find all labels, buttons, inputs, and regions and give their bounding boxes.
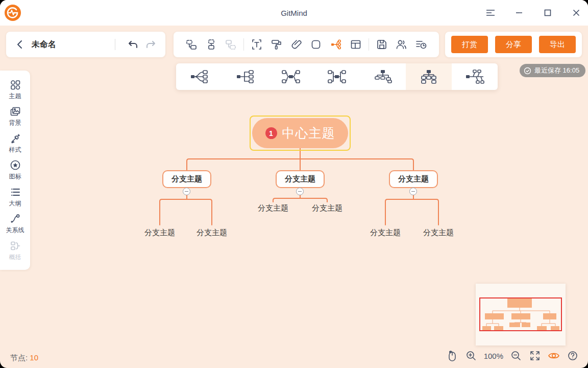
relation-line-icon <box>10 213 21 224</box>
save-icon[interactable] <box>375 37 389 52</box>
layout-mindmap-right-angular[interactable] <box>222 63 268 90</box>
sidebar-item-theme[interactable]: 主题 <box>9 79 21 101</box>
main-toolbar <box>174 32 439 57</box>
undo-button[interactable] <box>127 38 140 51</box>
save-status-text: 最近保存 16:05 <box>534 66 579 75</box>
sidebar-item-background[interactable]: 背景 <box>9 106 21 127</box>
branch-node-1[interactable]: 分支主题 <box>162 170 211 188</box>
help-icon[interactable] <box>567 350 579 362</box>
insert-child-node-icon[interactable] <box>204 37 218 52</box>
close-icon[interactable] <box>570 6 583 19</box>
back-button[interactable] <box>14 39 26 50</box>
zoom-out-icon[interactable] <box>510 350 522 362</box>
central-topic-label: 中心主题 <box>282 125 335 142</box>
background-icon <box>10 106 21 117</box>
layout-mindmap-both-angular[interactable] <box>314 63 360 90</box>
insert-parent-node-icon[interactable] <box>224 37 238 52</box>
titlebar: GitMind <box>0 0 588 26</box>
theme-icon <box>10 79 21 90</box>
document-title[interactable]: 未命名 <box>32 39 56 50</box>
collapse-toggle-1[interactable] <box>183 188 190 195</box>
export-button[interactable]: 导出 <box>539 36 576 53</box>
zoom-toolbar: 100% <box>446 350 579 362</box>
redo-button[interactable] <box>144 38 157 51</box>
minimap[interactable] <box>476 284 566 346</box>
insert-sibling-node-icon[interactable] <box>184 37 199 52</box>
zoom-level: 100% <box>484 352 503 360</box>
layout-orgchart-offset[interactable] <box>360 63 406 90</box>
sub-topic-node[interactable]: 分支主题 <box>197 228 227 238</box>
save-status-badge: 最近保存 16:05 <box>520 64 585 77</box>
document-toolbar: 未命名 <box>6 32 165 57</box>
structure-icon[interactable] <box>329 37 343 52</box>
divider <box>243 38 244 51</box>
zoom-in-icon[interactable] <box>465 350 477 362</box>
eye-icon[interactable] <box>548 350 560 362</box>
node-count-value: 10 <box>30 353 38 362</box>
collapse-toggle-3[interactable] <box>409 188 417 195</box>
shape-icon[interactable] <box>309 37 323 52</box>
outline-icon <box>10 187 21 198</box>
sidebar-item-outline[interactable]: 大纲 <box>9 187 21 208</box>
branch-node-2[interactable]: 分支主题 <box>276 170 325 188</box>
action-buttons: 打赏 分享 导出 <box>445 32 582 57</box>
sub-topic-node[interactable]: 分支主题 <box>312 203 342 213</box>
layout-fishbone[interactable] <box>452 63 498 90</box>
share-button[interactable]: 分享 <box>495 36 532 53</box>
mouse-mode-icon[interactable] <box>446 350 458 362</box>
layout-orgchart-tree[interactable] <box>406 63 452 90</box>
maximize-icon[interactable] <box>541 6 554 19</box>
sub-topic-node[interactable]: 分支主题 <box>144 228 175 238</box>
check-circle-icon <box>524 67 531 75</box>
collapse-toggle-2[interactable] <box>296 188 304 195</box>
text-icon[interactable] <box>250 37 264 52</box>
layout-mindmap-right-curved[interactable] <box>176 63 222 90</box>
menu-icon[interactable] <box>484 6 497 19</box>
fit-screen-icon[interactable] <box>529 350 541 362</box>
divider <box>369 38 369 51</box>
layout-picker <box>176 63 498 90</box>
branch-node-3[interactable]: 分支主题 <box>389 170 438 188</box>
collaborate-icon[interactable] <box>394 37 408 52</box>
history-icon[interactable] <box>414 37 428 52</box>
sidebar: 主题 背景 样式 图标 大纲 关系线 概括 <box>0 71 30 270</box>
sub-topic-node[interactable]: 分支主题 <box>258 203 288 213</box>
sub-topic-node[interactable]: 分支主题 <box>370 228 401 238</box>
sidebar-item-summary[interactable]: 概括 <box>9 240 21 262</box>
icon-star-icon <box>10 159 21 171</box>
format-painter-icon[interactable] <box>270 37 284 52</box>
gitmind-window: GitMind 未命名 <box>0 0 588 368</box>
divider <box>115 39 115 50</box>
sidebar-item-icon[interactable]: 图标 <box>9 159 21 181</box>
minimize-icon[interactable] <box>512 6 526 19</box>
sub-topic-node[interactable]: 分支主题 <box>423 228 454 238</box>
priority-badge: 1 <box>265 127 277 139</box>
sidebar-item-style[interactable]: 样式 <box>9 133 21 154</box>
layout-mindmap-both-curved[interactable] <box>268 63 314 90</box>
summary-icon <box>10 240 21 251</box>
table-icon[interactable] <box>349 37 363 52</box>
attachment-icon[interactable] <box>289 37 304 52</box>
node-count: 节点: 10 <box>10 353 38 363</box>
sidebar-item-relation-line[interactable]: 关系线 <box>6 213 24 235</box>
central-topic-node[interactable]: 1 中心主题 <box>252 118 348 148</box>
reward-button[interactable]: 打赏 <box>451 36 488 53</box>
style-icon <box>10 133 21 144</box>
